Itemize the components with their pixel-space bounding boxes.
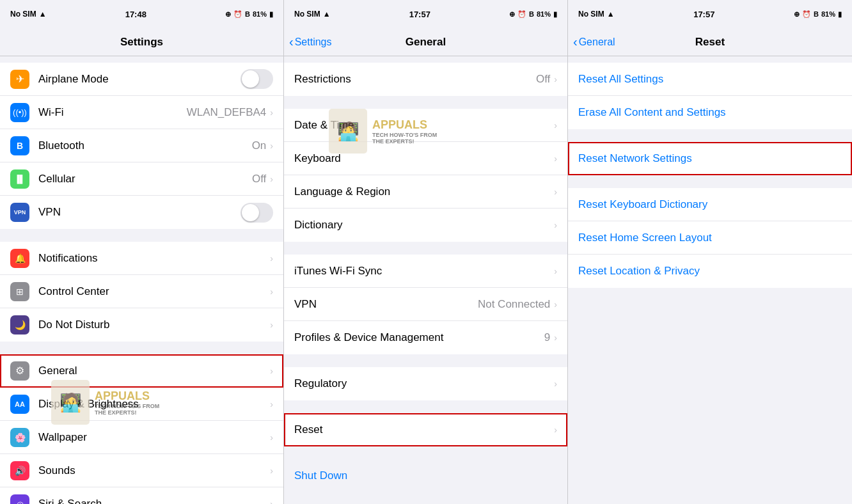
row-reset-location[interactable]: Reset Location & Privacy xyxy=(568,255,852,288)
reset-main-list: Reset All Settings Erase All Content and… xyxy=(568,63,852,129)
battery-2: 81% xyxy=(537,10,551,18)
row-reset-all-settings[interactable]: Reset All Settings xyxy=(568,63,852,96)
row-general[interactable]: ⚙ General › xyxy=(0,354,283,388)
dnd-icon: 🌙 xyxy=(10,315,29,335)
wifi-value: WLAN_DEFBA4 xyxy=(187,106,267,119)
sounds-chevron: › xyxy=(270,466,273,476)
row-dictionary[interactable]: Dictionary › xyxy=(284,209,567,242)
status-time-2: 17:57 xyxy=(409,10,430,19)
row-vpn2[interactable]: VPN Not Connected › xyxy=(284,288,567,321)
vpn-toggle[interactable] xyxy=(241,203,273,223)
profiles-label: Profiles & Device Management xyxy=(294,331,544,344)
cellular-icon: ▐▌ xyxy=(10,169,29,189)
bluetooth-label: Bluetooth xyxy=(38,139,252,152)
row-reset-home-screen[interactable]: Reset Home Screen Layout xyxy=(568,221,852,255)
row-erase-all[interactable]: Erase All Content and Settings xyxy=(568,96,852,129)
row-reset-keyboard[interactable]: Reset Keyboard Dictionary xyxy=(568,188,852,221)
row-reset-nav[interactable]: Reset › xyxy=(284,413,567,446)
siri-icon: ◎ xyxy=(10,494,29,504)
row-sounds[interactable]: 🔊 Sounds › xyxy=(0,454,283,487)
alerts-section: 🔔 Notifications › ⊞ Control Center › 🌙 xyxy=(0,229,283,342)
panel1-title: Settings xyxy=(120,36,163,49)
dnd-chevron: › xyxy=(270,320,273,330)
row-control-center[interactable]: ⊞ Control Center › xyxy=(0,275,283,308)
language-label: Language & Region xyxy=(294,185,554,198)
notifications-chevron: › xyxy=(270,253,273,264)
siri-label: Siri & Search xyxy=(38,498,270,504)
shutdown-button[interactable]: Shut Down xyxy=(294,469,347,482)
reset-network-label: Reset Network Settings xyxy=(578,152,692,165)
general-chevron: › xyxy=(270,366,273,376)
location-icon-2: ⊕ xyxy=(509,10,515,19)
row-wifi[interactable]: ((•)) Wi-Fi WLAN_DEFBA4 › xyxy=(0,96,283,129)
vpn2-label: VPN xyxy=(294,298,478,311)
row-siri[interactable]: ◎ Siri & Search › xyxy=(0,487,283,504)
row-airplane-mode[interactable]: ✈ Airplane Mode xyxy=(0,63,283,96)
panel1-content: ✈ Airplane Mode ((•)) Wi-Fi WLAN_DEFBA4 … xyxy=(0,56,283,504)
nav-bar-1: Settings xyxy=(0,28,283,56)
control-chevron: › xyxy=(270,287,273,297)
vpn2-value: Not Connected xyxy=(478,298,550,311)
vpn-label: VPN xyxy=(38,206,241,219)
reset-home-screen-label: Reset Home Screen Layout xyxy=(578,232,712,244)
reset-keyboard-label: Reset Keyboard Dictionary xyxy=(578,198,707,211)
cellular-chevron: › xyxy=(270,174,273,184)
wifi-icon: ((•)) xyxy=(10,103,29,122)
row-bluetooth[interactable]: Β Bluetooth On › xyxy=(0,129,283,162)
status-left-2: No SIM ▲ xyxy=(294,10,331,19)
restrictions-list: Restrictions Off › xyxy=(284,63,567,96)
dnd-label: Do Not Disturb xyxy=(38,319,270,331)
row-cellular[interactable]: ▐▌ Cellular Off › xyxy=(0,162,283,196)
battery-icon-3: ▮ xyxy=(838,10,842,19)
cellular-label: Cellular xyxy=(38,173,252,185)
row-vpn[interactable]: VPN VPN xyxy=(0,196,283,229)
location-icon-1: ⊕ xyxy=(225,10,231,19)
profiles-value: 9 xyxy=(544,331,550,344)
row-itunes-wifi[interactable]: iTunes Wi-Fi Sync › xyxy=(284,255,567,288)
panel-general: No SIM ▲ 17:57 ⊕ ⏰ Β 81% ▮ ‹ Settings Ge… xyxy=(284,0,568,504)
notifications-label: Notifications xyxy=(38,252,270,265)
nav-bar-3: ‹ General Reset xyxy=(568,28,852,56)
prefs-list: ⚙ General › AA Display & Brightness › 🌸 xyxy=(0,354,283,504)
display-label: Display & Brightness xyxy=(38,398,270,411)
row-wallpaper[interactable]: 🌸 Wallpaper › xyxy=(0,421,283,454)
status-right-2: ⊕ ⏰ Β 81% ▮ xyxy=(509,10,557,19)
itunes-chevron: › xyxy=(554,266,557,276)
row-reset-network[interactable]: Reset Network Settings xyxy=(568,142,852,175)
signal-icon-3: ▲ xyxy=(607,10,615,19)
battery-1: 81% xyxy=(253,10,267,18)
reset-all-label: Reset All Settings xyxy=(578,73,663,86)
vpn-icon: VPN xyxy=(10,203,29,222)
dictionary-chevron: › xyxy=(554,220,557,230)
sounds-label: Sounds xyxy=(38,464,270,477)
connectivity-section: ✈ Airplane Mode ((•)) Wi-Fi WLAN_DEFBA4 … xyxy=(0,56,283,229)
status-right-3: ⊕ ⏰ Β 81% ▮ xyxy=(794,10,842,19)
row-restrictions[interactable]: Restrictions Off › xyxy=(284,63,567,96)
row-language[interactable]: Language & Region › xyxy=(284,175,567,209)
control-center-icon: ⊞ xyxy=(10,282,29,301)
dictionary-label: Dictionary xyxy=(294,219,554,232)
row-profiles[interactable]: Profiles & Device Management 9 › xyxy=(284,321,567,354)
back-to-settings[interactable]: ‹ Settings xyxy=(289,35,331,49)
row-date-time[interactable]: Date & Time › xyxy=(284,109,567,142)
wallpaper-icon: 🌸 xyxy=(10,428,29,447)
bluetooth-chevron: › xyxy=(270,141,273,151)
airplane-glyph: ✈ xyxy=(16,73,24,85)
row-notifications[interactable]: 🔔 Notifications › xyxy=(0,242,283,275)
keyboard-label: Keyboard xyxy=(294,152,554,165)
connectivity-list: ✈ Airplane Mode ((•)) Wi-Fi WLAN_DEFBA4 … xyxy=(0,63,283,229)
keyboard-chevron: › xyxy=(554,154,557,164)
airplane-toggle[interactable] xyxy=(241,69,273,89)
panel3-title: Reset xyxy=(695,36,725,49)
wifi-label: Wi-Fi xyxy=(38,106,187,119)
row-display[interactable]: AA Display & Brightness › xyxy=(0,388,283,421)
reset-nav-label: Reset xyxy=(294,423,554,436)
back-to-general[interactable]: ‹ General xyxy=(573,35,615,49)
row-keyboard[interactable]: Keyboard › xyxy=(284,142,567,175)
battery-icon-1: ▮ xyxy=(269,10,273,19)
bluetooth-value: On xyxy=(252,139,267,152)
row-regulatory[interactable]: Regulatory › xyxy=(284,367,567,400)
bluetooth-icon: Β xyxy=(10,136,29,155)
row-dnd[interactable]: 🌙 Do Not Disturb › xyxy=(0,308,283,342)
restrictions-value: Off xyxy=(536,73,550,86)
